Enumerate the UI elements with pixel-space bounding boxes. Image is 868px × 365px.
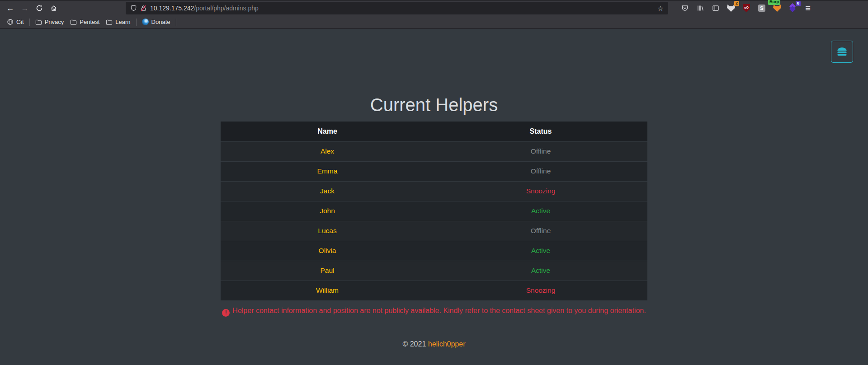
table-row: John Active [221, 201, 647, 221]
table-row: Jack Snoozing [221, 181, 647, 201]
sidebar-toggle-button[interactable] [710, 2, 722, 14]
globe-icon [7, 19, 14, 25]
reload-button[interactable] [33, 2, 46, 14]
url-text: 10.129.175.242/portal/php/admins.php [150, 5, 259, 12]
bookmarks-separator [176, 19, 176, 26]
author-link[interactable]: helich0pper [428, 340, 466, 348]
fox-proxy-burp-icon [773, 5, 781, 12]
helper-name-cell: John [221, 201, 434, 221]
purple-extension-badge: 8 [796, 1, 801, 6]
helper-status-cell: Snoozing [434, 281, 647, 300]
bookmarks-separator [136, 19, 137, 26]
bookmark-git[interactable]: Git [4, 17, 27, 27]
helper-status-cell: Offline [434, 161, 647, 181]
helper-name-cell: Lucas [221, 221, 434, 241]
page-content: Current Helpers Name Status Alex Offline… [0, 29, 868, 365]
library-button[interactable] [694, 2, 706, 14]
navigation-toolbar: ← → 10.129.175.242/portal/php/admins.ph [0, 0, 868, 15]
url-domain: 10.129.175.242 [150, 5, 194, 12]
table-row: Lucas Offline [221, 221, 647, 241]
exclamation-circle-icon [222, 309, 230, 317]
helper-name-cell: William [221, 281, 434, 300]
helper-status-cell: Offline [434, 141, 647, 161]
warning-text: Helper contact information and position … [232, 307, 646, 314]
helpers-table: Name Status Alex Offline Emma Offline Ja… [221, 122, 647, 300]
bookmark-star-icon[interactable]: ☆ [657, 4, 664, 13]
table-row: William Snoozing [221, 281, 647, 300]
foxyproxy-extension-button[interactable]: 2 [725, 2, 737, 14]
toolbar-extension-area: 2 uO S Burp 8 ≡ [679, 2, 816, 14]
helper-name-cell: Olivia [221, 241, 434, 261]
burp-badge: Burp [768, 0, 780, 5]
bookmark-label: Pentest [80, 19, 99, 25]
page-footer: © 2021 helich0pper [0, 340, 868, 348]
tracking-protection-shield-icon[interactable] [130, 5, 137, 12]
folder-icon [70, 19, 77, 25]
address-bar[interactable]: 10.129.175.242/portal/php/admins.php ☆ [126, 2, 668, 14]
bookmark-folder-learn[interactable]: Learn [103, 17, 133, 27]
helper-name-cell: Emma [221, 161, 434, 181]
helper-status-cell: Offline [434, 221, 647, 241]
back-button[interactable]: ← [4, 2, 17, 14]
purple-layers-extension-button[interactable]: 8 [787, 2, 798, 14]
burger-icon [836, 46, 848, 58]
forward-button[interactable]: → [18, 2, 32, 14]
table-row: Paul Active [221, 261, 647, 281]
pocket-icon [681, 5, 689, 12]
home-button[interactable] [47, 2, 61, 14]
table-row: Olivia Active [221, 241, 647, 261]
s-extension-icon: S [758, 5, 765, 12]
reload-icon [36, 5, 43, 12]
bookmarks-toolbar: Git Privacy Pentest Learn Donate [0, 15, 868, 29]
bookmark-donate[interactable]: Donate [139, 17, 174, 27]
pocket-button[interactable] [679, 2, 691, 14]
url-path: /portal/php/admins.php [194, 5, 258, 12]
donate-favicon [142, 19, 149, 25]
copyright-text: © 2021 [402, 340, 426, 348]
insecure-lock-icon[interactable] [140, 5, 147, 12]
helper-name-cell: Paul [221, 261, 434, 281]
helper-status-cell: Active [434, 261, 647, 281]
helper-name-cell: Alex [221, 141, 434, 161]
bookmark-folder-privacy[interactable]: Privacy [32, 17, 67, 27]
helper-status-cell: Active [434, 241, 647, 261]
home-icon [50, 5, 57, 12]
bookmark-label: Git [16, 19, 24, 25]
bookmark-label: Learn [115, 19, 130, 25]
helper-status-cell: Active [434, 201, 647, 221]
foxyproxy-badge: 2 [734, 1, 739, 6]
table-header-row: Name Status [221, 122, 647, 141]
folder-icon [106, 19, 113, 25]
bookmarks-separator [29, 19, 30, 26]
helper-privacy-warning: Helper contact information and position … [0, 307, 868, 317]
sidebar-icon [712, 5, 719, 12]
helper-name-cell: Jack [221, 181, 434, 201]
column-header-name: Name [221, 122, 434, 141]
bookmark-label: Donate [151, 19, 170, 25]
bookmark-folder-pentest[interactable]: Pentest [67, 17, 103, 27]
table-row: Alex Offline [221, 141, 647, 161]
page-title: Current Helpers [0, 29, 868, 115]
bookmark-label: Privacy [45, 19, 64, 25]
ublock-origin-icon: uO [743, 4, 750, 12]
ublock-origin-extension-button[interactable]: uO [741, 2, 752, 14]
table-row: Emma Offline [221, 161, 647, 181]
helper-status-cell: Snoozing [434, 181, 647, 201]
library-icon [697, 5, 704, 12]
folder-icon [35, 19, 42, 25]
column-header-status: Status [434, 122, 647, 141]
browser-chrome: ← → 10.129.175.242/portal/php/admins.ph [0, 0, 868, 29]
navbar-toggler-button[interactable] [831, 41, 853, 63]
burp-proxy-extension-button[interactable]: Burp [771, 2, 783, 14]
s-extension-button[interactable]: S [756, 2, 768, 14]
menu-button[interactable]: ≡ [802, 2, 814, 14]
